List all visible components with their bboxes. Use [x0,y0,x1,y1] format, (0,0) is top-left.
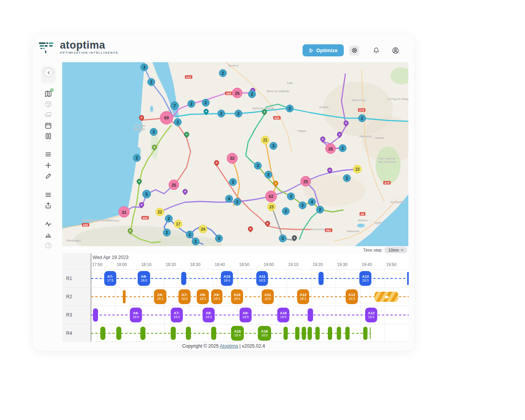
gantt-activity-block[interactable]: A7-18:2 [171,308,183,322]
map-cluster-marker[interactable]: 2 [339,144,346,152]
map-cluster-marker[interactable]: 21 [261,136,270,144]
sidebar-cube-icon[interactable] [45,101,52,108]
gantt-stop-block[interactable] [211,327,216,340]
gantt-activity-block[interactable]: A1118:5 [256,271,268,286]
map-cluster-marker[interactable]: 32 [227,153,238,164]
gantt-stop-block[interactable] [370,327,371,339]
map-cluster-marker[interactable]: 25 [232,88,243,98]
notifications-button[interactable] [371,46,381,56]
map-cluster-marker[interactable]: 23 [267,203,276,211]
gantt-stop-block[interactable] [363,327,368,340]
gantt-activity-block[interactable]: A1018:4 [221,271,233,286]
map-cluster-marker[interactable]: 62 [265,191,277,202]
gantt-stop-block[interactable] [284,327,288,340]
sidebar-bar-chart-icon[interactable] [45,231,52,238]
map-cluster-marker[interactable]: 2 [165,215,173,222]
map-cluster-marker[interactable]: 2 [192,238,200,245]
map-cluster-marker[interactable]: 4 [225,195,233,203]
sidebar-help-icon[interactable] [45,242,52,249]
gantt-stop-block[interactable] [328,327,332,340]
account-button[interactable] [390,46,401,56]
map-cluster-marker[interactable]: 2 [299,201,306,209]
gantt-activity-block[interactable]: A1618:5 [258,326,271,341]
map-cluster-marker[interactable]: 3 [215,234,223,242]
map-cluster-marker[interactable]: 69 [160,111,173,124]
map-cluster-marker[interactable]: 5 [142,190,151,198]
gantt-activity-block[interactable]: A1219:4 [365,308,377,322]
map-cluster-marker[interactable]: 2 [234,110,242,117]
map-cluster-marker[interactable]: 4 [308,198,316,206]
gantt-activity-block[interactable]: A7-17:5 [104,271,116,286]
sidebar-plus-icon[interactable] [45,162,52,169]
map-cluster-marker[interactable]: 2 [316,206,324,214]
gantt-stop-block[interactable] [295,327,299,340]
time-step-select[interactable]: 10mn [385,247,407,253]
map-cluster-marker[interactable]: 3 [287,192,295,200]
gantt-activity-block[interactable]: A6-18:1 [154,289,166,304]
map-cluster-marker[interactable]: 23 [353,165,362,173]
gantt-stop-block[interactable] [116,327,121,340]
sidebar-menu-icon[interactable] [45,151,52,158]
gantt-activity-block[interactable]: A7-18:2 [178,289,191,304]
gantt-activity-block[interactable]: A6-18:0 [130,308,142,322]
gantt-stop-block[interactable] [337,327,341,340]
gantt-break-block[interactable] [374,292,398,302]
gantt-activity-block[interactable]: A1518:4 [231,326,244,341]
gantt-activity-block[interactable]: A1018:4 [231,289,243,304]
gantt-stop-block[interactable] [93,308,98,322]
gantt-stop-block[interactable] [181,272,186,285]
optimize-button[interactable]: Optimize [303,44,344,56]
map-cluster-marker[interactable]: 2 [286,105,294,112]
gantt-stop-block[interactable] [186,327,191,340]
gantt-activity-block[interactable]: A1219:1 [297,289,309,304]
map-cluster-marker[interactable]: 17 [174,220,182,228]
gantt-stop-block[interactable] [100,327,105,340]
gantt-stop-block[interactable] [407,272,409,285]
gantt-stop-block[interactable] [123,290,126,303]
map-cluster-marker[interactable]: 2 [248,90,256,98]
gantt-stop-block[interactable] [345,327,350,340]
map-cluster-marker[interactable]: 3 [140,63,148,71]
map-cluster-marker[interactable]: 3 [270,142,277,150]
gantt-activity-block[interactable]: A9-18:5 [240,308,252,322]
map-cluster-marker[interactable]: 2 [219,69,227,77]
atoptima-link[interactable]: Atoptima [220,343,238,349]
gantt-stop-block[interactable] [308,308,313,322]
map-cluster-marker[interactable]: 2 [264,171,272,178]
map-cluster-marker[interactable]: 2 [163,229,171,236]
sidebar-menu-icon[interactable] [45,191,52,198]
map-cluster-marker[interactable]: 2 [358,114,366,122]
gantt-activity-block[interactable]: A1019:0 [277,308,289,322]
map-cluster-marker[interactable]: 3 [229,178,237,186]
map-cluster-marker[interactable]: 25 [169,180,179,190]
gantt-activity-block[interactable]: A8-18:3 [203,308,215,322]
map-cluster-marker[interactable]: 2 [233,198,241,206]
route-map[interactable]: NontronTulleBrive-la-GaillardeSarlat-la-… [62,62,408,246]
map-cluster-marker[interactable]: 2 [186,231,194,238]
map-cluster-marker[interactable]: 3 [254,162,262,170]
map-cluster-marker[interactable]: 25 [301,176,311,187]
gantt-stop-block[interactable] [308,327,312,340]
sidebar-activity-icon[interactable] [45,220,52,228]
map-cluster-marker[interactable]: 2 [133,154,141,162]
gantt-stop-block[interactable] [171,327,176,340]
sidebar-collapse-button[interactable] [44,68,53,77]
map-cluster-marker[interactable]: 31 [119,206,130,218]
sidebar-calendar-icon[interactable] [45,122,52,129]
map-cluster-marker[interactable]: 2 [282,207,290,215]
map-cluster-marker[interactable]: 3 [150,128,158,136]
map-cluster-marker[interactable]: 28 [326,144,336,154]
gantt-activity-block[interactable]: A1118:5 [262,289,274,304]
gantt-activity-block[interactable]: A8-18:0 [138,271,150,286]
gantt-stop-block[interactable] [140,327,145,340]
gantt-activity-block[interactable]: A9-18:3 [211,289,222,304]
sidebar-columns-icon[interactable] [45,133,52,140]
map-cluster-marker[interactable]: 2 [202,99,210,107]
map-cluster-marker[interactable]: 7 [170,102,179,110]
gantt-stop-block[interactable] [318,272,324,285]
map-cluster-marker[interactable]: 3 [279,234,287,242]
map-cluster-marker[interactable]: 24 [199,225,207,233]
settings-button[interactable] [349,46,359,56]
map-cluster-marker[interactable]: 22 [156,208,164,216]
sidebar-warehouse-icon[interactable] [45,111,52,118]
